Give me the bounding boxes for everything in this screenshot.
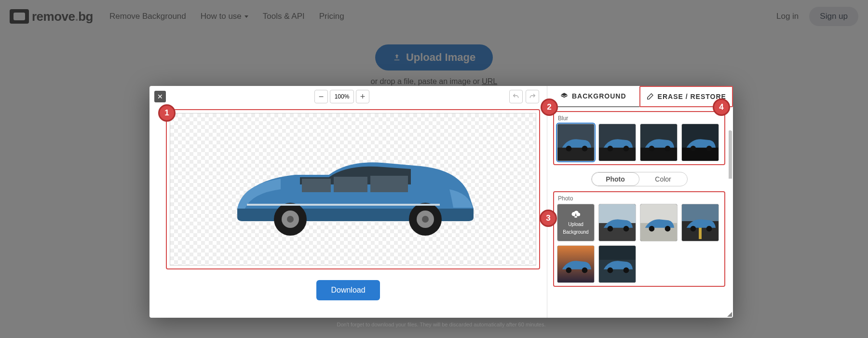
svg-point-44	[608, 268, 613, 273]
minus-icon: −	[319, 92, 324, 102]
editor-left-pane: ✕ − +	[149, 86, 547, 318]
download-button[interactable]: Download	[316, 280, 380, 300]
blur-thumb-4[interactable]	[681, 124, 719, 161]
svg-point-24	[691, 146, 696, 152]
svg-point-20	[649, 146, 655, 152]
svg-rect-0	[302, 179, 331, 192]
svg-point-13	[582, 146, 588, 152]
annotation-marker-4: 4	[713, 99, 730, 116]
resize-handle-icon[interactable]	[727, 312, 732, 317]
history-controls	[509, 90, 539, 103]
svg-point-33	[665, 226, 671, 232]
svg-rect-2	[370, 176, 408, 192]
photo-label: Photo	[558, 195, 721, 202]
redo-icon	[529, 93, 536, 100]
photo-section: Photo Upload Background	[553, 191, 725, 287]
blur-label: Blur	[558, 115, 721, 122]
footer-note: Don't forget to download your files. The…	[337, 322, 546, 327]
subject-car	[218, 136, 488, 242]
photo-thumb-4[interactable]	[557, 245, 595, 283]
plus-icon: +	[360, 92, 366, 102]
editor-right-pane: BACKGROUND ERASE / RESTORE Blur	[547, 86, 733, 318]
blur-thumbs	[557, 124, 721, 161]
photo-thumb-2[interactable]	[640, 204, 678, 241]
zoom-out-button[interactable]: −	[314, 90, 328, 103]
svg-point-32	[649, 226, 655, 232]
svg-point-38	[706, 226, 712, 232]
close-icon: ✕	[157, 93, 163, 100]
photo-thumb-1[interactable]	[598, 204, 636, 241]
blur-section: Blur	[553, 111, 725, 165]
svg-point-45	[624, 268, 629, 273]
undo-button[interactable]	[509, 90, 523, 103]
editor-tabs: BACKGROUND ERASE / RESTORE	[547, 86, 733, 107]
svg-point-37	[691, 226, 696, 232]
svg-point-40	[566, 268, 572, 273]
svg-point-5	[287, 216, 294, 223]
undo-icon	[512, 93, 520, 100]
zoom-controls: − +	[314, 90, 369, 103]
canvas-checkerboard	[170, 113, 536, 266]
editor-modal: ✕ − +	[149, 86, 733, 318]
svg-rect-15	[599, 148, 636, 161]
canvas-area[interactable]	[166, 109, 540, 269]
svg-point-25	[706, 146, 712, 152]
blur-thumb-3[interactable]	[640, 124, 678, 161]
svg-rect-1	[334, 177, 367, 192]
eraser-icon	[646, 93, 654, 100]
segment-color[interactable]: Color	[639, 172, 687, 186]
svg-rect-11	[557, 148, 594, 161]
zoom-in-button[interactable]: +	[356, 90, 369, 103]
upload-bg-line1: Upload	[568, 222, 583, 227]
redo-button[interactable]	[526, 90, 539, 103]
annotation-marker-1: 1	[158, 104, 176, 122]
editor-toolbar: ✕ − +	[149, 86, 547, 107]
layers-icon	[560, 92, 568, 100]
svg-point-28	[608, 226, 613, 232]
photo-thumbs: Upload Background	[557, 204, 721, 283]
tab-background-label: BACKGROUND	[572, 92, 626, 100]
svg-rect-23	[682, 148, 719, 161]
scrollbar[interactable]	[728, 130, 732, 237]
segment-photo[interactable]: Photo	[592, 172, 639, 186]
tab-erase-label: ERASE / RESTORE	[658, 93, 726, 100]
upload-bg-line2: Background	[563, 229, 588, 235]
blur-thumb-2[interactable]	[598, 124, 636, 161]
svg-rect-9	[247, 204, 440, 206]
svg-rect-19	[640, 148, 677, 161]
upload-cloud-icon	[571, 210, 581, 220]
blur-thumb-1[interactable]	[557, 124, 595, 161]
svg-point-29	[624, 226, 629, 232]
annotation-marker-2: 2	[541, 99, 558, 116]
svg-point-21	[665, 146, 671, 152]
svg-rect-42	[599, 246, 636, 260]
photo-thumb-5[interactable]	[598, 245, 636, 283]
upload-background-thumb[interactable]: Upload Background	[557, 204, 595, 241]
bg-type-segment: Photo Color	[591, 172, 688, 186]
svg-point-17	[624, 146, 629, 152]
tab-background[interactable]: BACKGROUND	[547, 86, 639, 107]
panel-scroll: Blur Photo Color Photo	[547, 107, 733, 318]
svg-point-12	[566, 146, 572, 152]
svg-point-16	[608, 146, 613, 152]
annotation-marker-3: 3	[540, 210, 557, 227]
photo-thumb-3[interactable]	[681, 204, 719, 241]
svg-point-41	[582, 268, 588, 273]
close-button[interactable]: ✕	[154, 91, 166, 102]
svg-point-8	[422, 216, 429, 223]
svg-rect-34	[682, 204, 719, 221]
zoom-input[interactable]	[330, 90, 354, 103]
